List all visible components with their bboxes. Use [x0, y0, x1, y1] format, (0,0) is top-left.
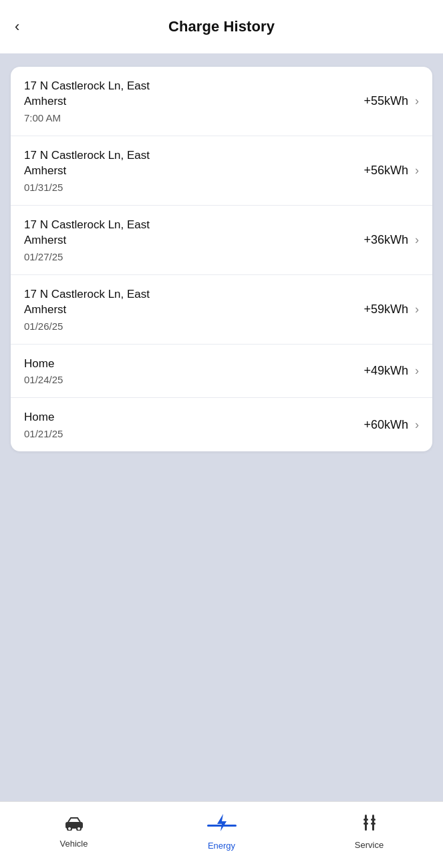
charge-kwh: +60kWh	[363, 418, 408, 432]
charge-list-item[interactable]: Home 01/24/25 +49kWh ›	[11, 345, 432, 399]
charge-location: Home	[24, 410, 184, 425]
charge-location: 17 N Castlerock Ln, East Amherst	[24, 148, 184, 179]
charge-date: 01/26/25	[24, 320, 363, 332]
chevron-right-icon: ›	[415, 164, 419, 178]
energy-nav-label: Energy	[208, 841, 235, 851]
svg-rect-8	[371, 823, 376, 825]
charge-kwh: +56kWh	[363, 164, 408, 178]
vehicle-icon	[64, 815, 84, 835]
chevron-right-icon: ›	[415, 233, 419, 247]
back-button[interactable]: ‹	[15, 19, 19, 34]
svg-rect-6	[371, 819, 376, 821]
charge-info: Home 01/21/25	[24, 410, 363, 439]
charge-list-item[interactable]: 17 N Castlerock Ln, East Amherst 01/26/2…	[11, 275, 432, 345]
vehicle-nav-label: Vehicle	[60, 839, 88, 849]
nav-item-energy[interactable]: Energy	[148, 802, 295, 868]
svg-point-1	[67, 827, 71, 831]
service-nav-label: Service	[355, 840, 384, 850]
nav-item-service[interactable]: Service	[295, 802, 443, 868]
charge-kwh: +59kWh	[363, 302, 408, 316]
charge-location: 17 N Castlerock Ln, East Amherst	[24, 218, 184, 248]
charge-date: 7:00 AM	[24, 112, 363, 124]
charge-list-item[interactable]: 17 N Castlerock Ln, East Amherst 01/27/2…	[11, 206, 432, 275]
nav-active-indicator	[207, 825, 237, 827]
charge-location: Home	[24, 357, 184, 372]
service-icon	[361, 813, 378, 837]
chevron-right-icon: ›	[415, 94, 419, 108]
nav-item-vehicle[interactable]: Vehicle	[0, 802, 148, 868]
chevron-right-icon: ›	[415, 418, 419, 432]
svg-rect-5	[363, 819, 368, 821]
charge-date: 01/24/25	[24, 374, 363, 385]
charge-list-item[interactable]: 17 N Castlerock Ln, East Amherst 01/31/2…	[11, 136, 432, 206]
charge-date: 01/21/25	[24, 428, 363, 439]
charge-history-card: 17 N Castlerock Ln, East Amherst 7:00 AM…	[11, 67, 432, 451]
svg-rect-7	[363, 823, 368, 825]
charge-kwh: +55kWh	[363, 94, 408, 108]
svg-point-2	[77, 827, 81, 831]
charge-location: 17 N Castlerock Ln, East Amherst	[24, 287, 184, 318]
charge-date: 01/27/25	[24, 251, 363, 262]
charge-right: +60kWh ›	[363, 418, 419, 432]
chevron-right-icon: ›	[415, 364, 419, 378]
bottom-navigation: Vehicle Energy Service	[0, 801, 443, 868]
charge-location: 17 N Castlerock Ln, East Amherst	[24, 79, 184, 110]
charge-kwh: +49kWh	[363, 364, 408, 378]
charge-right: +36kWh ›	[363, 233, 419, 247]
charge-right: +49kWh ›	[363, 364, 419, 378]
charge-right: +56kWh ›	[363, 164, 419, 178]
content-area: 17 N Castlerock Ln, East Amherst 7:00 AM…	[0, 53, 443, 801]
charge-kwh: +36kWh	[363, 233, 408, 247]
header: ‹ Charge History	[0, 0, 443, 53]
page-title: Charge History	[168, 18, 275, 35]
charge-info: Home 01/24/25	[24, 357, 363, 386]
charge-info: 17 N Castlerock Ln, East Amherst 01/27/2…	[24, 218, 363, 262]
charge-right: +55kWh ›	[363, 94, 419, 108]
chevron-right-icon: ›	[415, 302, 419, 316]
charge-info: 17 N Castlerock Ln, East Amherst 7:00 AM	[24, 79, 363, 124]
charge-list-item[interactable]: Home 01/21/25 +60kWh ›	[11, 398, 432, 451]
charge-list-item[interactable]: 17 N Castlerock Ln, East Amherst 7:00 AM…	[11, 67, 432, 136]
charge-info: 17 N Castlerock Ln, East Amherst 01/26/2…	[24, 287, 363, 332]
charge-date: 01/31/25	[24, 182, 363, 193]
charge-info: 17 N Castlerock Ln, East Amherst 01/31/2…	[24, 148, 363, 193]
charge-right: +59kWh ›	[363, 302, 419, 316]
